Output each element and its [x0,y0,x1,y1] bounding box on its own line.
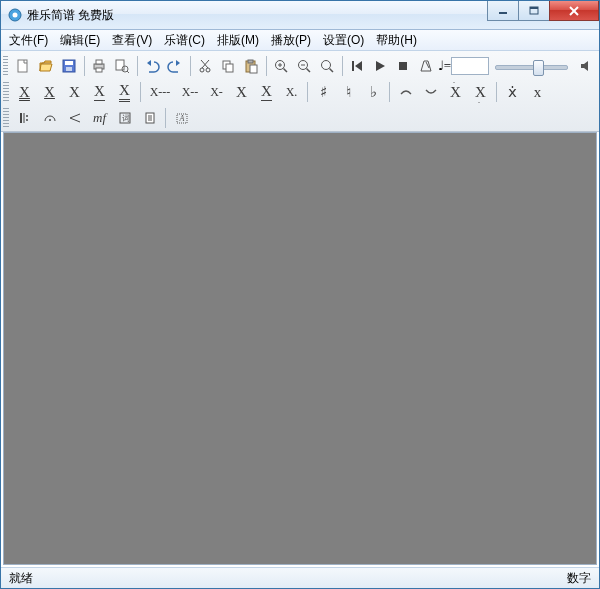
separator [137,56,138,76]
window-controls [487,1,599,21]
text-box-button[interactable]: A [169,106,194,130]
menu-settings[interactable]: 设置(O) [317,31,370,50]
toolbar-area: ♩= X X X X X X‐‐‐ X‐‐ X‐ X X X. [1,51,599,132]
new-button[interactable] [11,54,34,78]
lyrics-button[interactable]: 词 [112,106,137,130]
separator [190,56,191,76]
svg-point-39 [26,119,28,121]
separator [165,108,166,128]
svg-point-1 [13,13,18,18]
note-quarter-button[interactable]: X [62,80,87,104]
menu-edit[interactable]: 编辑(E) [54,31,106,50]
volume-slider[interactable] [495,57,568,75]
zoom-out-button[interactable] [293,54,316,78]
zoom-in-button[interactable] [269,54,292,78]
menu-file[interactable]: 文件(F) [3,31,54,50]
svg-point-38 [26,115,28,117]
metronome-button[interactable] [415,54,438,78]
app-icon [7,7,23,23]
separator [496,82,497,102]
natural-button[interactable]: ♮ [336,80,361,104]
status-bar: 就绪 数字 [1,567,599,588]
tempo-label: ♩= [438,58,451,74]
open-button[interactable] [35,54,58,78]
svg-rect-10 [66,67,72,71]
menu-help[interactable]: 帮助(H) [370,31,423,50]
speaker-icon[interactable] [574,54,597,78]
svg-line-32 [330,69,334,73]
close-button[interactable] [549,1,599,21]
note-dash3-button[interactable]: X‐‐‐ [144,80,176,104]
zoom-reset-button[interactable] [316,54,339,78]
stop-button[interactable] [392,54,415,78]
svg-point-31 [322,61,331,70]
repeat-start-button[interactable] [12,106,37,130]
svg-rect-20 [226,64,233,72]
undo-button[interactable] [140,54,163,78]
octave-up-button[interactable]: X· [443,80,468,104]
accent-button[interactable]: ẋ [500,80,525,104]
redo-button[interactable] [164,54,187,78]
toolbar-marks: mf 词 A [3,105,597,131]
toolbar-grip[interactable] [3,108,9,128]
copy-button[interactable] [217,54,240,78]
save-button[interactable] [58,54,81,78]
svg-text:词: 词 [122,114,130,123]
separator [342,56,343,76]
page-button[interactable] [137,106,162,130]
minimize-button[interactable] [487,1,519,21]
toolbar-grip[interactable] [3,82,9,102]
note-dash1-button[interactable]: X‐ [204,80,229,104]
fermata-button[interactable] [37,106,62,130]
paste-button[interactable] [240,54,263,78]
menu-view[interactable]: 查看(V) [106,31,158,50]
toolbar-grip[interactable] [3,56,8,76]
menu-bar: 文件(F) 编辑(E) 查看(V) 乐谱(C) 排版(M) 播放(P) 设置(O… [1,30,599,51]
staccato-button[interactable]: x [525,80,550,104]
separator [266,56,267,76]
tie-button[interactable] [393,80,418,104]
svg-rect-34 [399,62,407,70]
note-whole-button[interactable]: X [12,80,37,104]
note-under1-button[interactable]: X [254,80,279,104]
svg-rect-14 [116,60,124,70]
svg-text:A: A [178,114,184,123]
separator [140,82,141,102]
tempo-input[interactable] [451,57,489,75]
svg-rect-9 [65,61,73,65]
note-dot-button[interactable]: X. [279,80,304,104]
svg-line-16 [127,71,129,73]
note-plain-button[interactable]: X [229,80,254,104]
note-half-button[interactable]: X [37,80,62,104]
menu-score[interactable]: 乐谱(C) [158,31,211,50]
status-mode: 数字 [559,570,599,587]
print-button[interactable] [88,54,111,78]
cut-button[interactable] [193,54,216,78]
print-preview-button[interactable] [111,54,134,78]
note-dash2-button[interactable]: X‐‐ [176,80,204,104]
toolbar-notes: X X X X X X‐‐‐ X‐‐ X‐ X X X. ♯ ♮ ♭ X· X·… [3,79,597,105]
note-sixteenth-button[interactable]: X [112,80,137,104]
play-start-button[interactable] [346,54,369,78]
svg-point-40 [49,119,51,121]
flat-button[interactable]: ♭ [361,80,386,104]
play-button[interactable] [369,54,392,78]
dynamic-mf-button[interactable]: mf [87,106,112,130]
svg-point-18 [206,68,210,72]
menu-play[interactable]: 播放(P) [265,31,317,50]
note-eighth-button[interactable]: X [87,80,112,104]
toolbar-standard: ♩= [3,53,597,79]
octave-down-button[interactable]: X· [468,80,493,104]
document-area[interactable] [3,132,597,565]
slur-button[interactable] [418,80,443,104]
status-ready: 就绪 [1,570,41,587]
menu-layout[interactable]: 排版(M) [211,31,265,50]
svg-rect-22 [248,60,253,63]
sharp-button[interactable]: ♯ [311,80,336,104]
maximize-button[interactable] [518,1,550,21]
svg-point-17 [200,68,204,72]
crescendo-button[interactable] [62,106,87,130]
separator [84,56,85,76]
svg-rect-12 [96,60,102,64]
window-title: 雅乐简谱 免费版 [27,7,114,24]
